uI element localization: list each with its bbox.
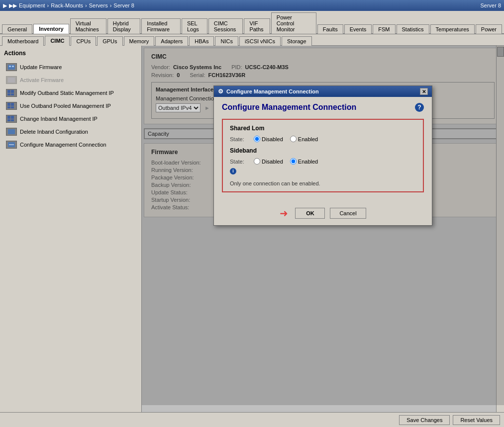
configure-mgmt-icon xyxy=(6,141,17,149)
tab-cimc-sessions[interactable]: CIMC Sessions xyxy=(208,18,243,34)
reset-values-button[interactable]: Reset Values xyxy=(453,415,500,425)
modal-cancel-button[interactable]: Cancel xyxy=(330,208,366,219)
action-delete-inband[interactable]: Delete Inband Configuration xyxy=(4,126,137,137)
modal-titlebar-left: ⚙ Configure Management Connection xyxy=(218,88,319,95)
modal-header: Configure Management Connection ? xyxy=(222,103,424,112)
tab-inventory[interactable]: Inventory xyxy=(33,24,69,34)
shared-lom-disabled-label: Disabled xyxy=(262,136,283,142)
sideband-disabled-radio[interactable] xyxy=(254,158,260,165)
sideband-enabled-option[interactable]: Enabled xyxy=(290,158,318,165)
delete-inband-label: Delete Inband Configuration xyxy=(20,129,88,135)
action-activate-firmware[interactable]: Activate Firmware xyxy=(4,75,137,85)
shared-lom-enabled-radio[interactable] xyxy=(290,136,297,142)
modal-titlebar: ⚙ Configure Management Connection ✕ xyxy=(214,86,432,97)
breadcrumb-current: Server 8 xyxy=(480,2,501,8)
sideband-disabled-option[interactable]: Disabled xyxy=(254,158,283,165)
tab-temperatures[interactable]: Temperatures xyxy=(430,24,475,34)
modal-close-button[interactable]: ✕ xyxy=(420,88,428,95)
svg-rect-8 xyxy=(7,103,10,106)
breadcrumb: ▶ ▶▶ Equipment › Rack-Mounts › Servers ›… xyxy=(3,2,480,9)
svg-rect-4 xyxy=(7,90,10,93)
subtab-gpus[interactable]: GPUs xyxy=(97,36,122,46)
subtab-memory[interactable]: Memory xyxy=(124,36,155,46)
use-outband-icon xyxy=(6,102,17,110)
svg-rect-10 xyxy=(7,106,10,108)
subtab-motherboard[interactable]: Motherboard xyxy=(2,36,44,46)
sideband-state-row: State: Disabled Enabled xyxy=(230,158,416,165)
save-changes-button[interactable]: Save Changes xyxy=(399,415,450,425)
modify-outband-label: Modify Outband Static Management IP xyxy=(20,90,114,96)
tab-power-control[interactable]: Power Control Monitor xyxy=(271,12,316,34)
tab-power[interactable]: Power xyxy=(476,24,502,34)
subtab-adapters[interactable]: Adapters xyxy=(155,36,188,46)
shared-lom-state-row: State: Disabled Enabled xyxy=(230,136,416,142)
sidebar: Actions Update Firmware Activate Firmwar… xyxy=(0,46,142,420)
tab-statistics[interactable]: Statistics xyxy=(397,24,429,34)
actions-title: Actions xyxy=(4,50,137,57)
sideband-info-icon: i xyxy=(230,168,236,174)
modal-footer: ➜ OK Cancel xyxy=(214,203,432,225)
breadcrumb-servers[interactable]: Servers xyxy=(89,2,108,8)
breadcrumb-rack[interactable]: Rack-Mounts xyxy=(51,2,83,8)
svg-rect-5 xyxy=(11,90,14,93)
shared-lom-disabled-option[interactable]: Disabled xyxy=(254,136,283,142)
breadcrumb-bar: ▶ ▶▶ Equipment › Rack-Mounts › Servers ›… xyxy=(0,0,504,11)
subtab-cpus[interactable]: CPUs xyxy=(71,36,96,46)
action-configure-mgmt[interactable]: Configure Management Connection xyxy=(4,139,137,150)
sideband-disabled-label: Disabled xyxy=(262,159,283,165)
change-inband-label: Change Inband Management IP xyxy=(20,116,98,122)
main-panel: CIMC Vendor: Cisco Systems Inc PID: UCSC… xyxy=(142,46,504,420)
configure-mgmt-dialog: ⚙ Configure Management Connection ✕ Conf… xyxy=(213,85,432,226)
update-firmware-icon xyxy=(6,63,17,71)
tab-faults[interactable]: Faults xyxy=(317,24,343,34)
breadcrumb-icons2: ▶▶ xyxy=(9,2,17,9)
breadcrumb-server8[interactable]: Server 8 xyxy=(113,2,134,8)
subtab-nics[interactable]: NICs xyxy=(215,36,238,46)
main-tab-bar: General Inventory Virtual Machines Hybri… xyxy=(0,11,504,34)
sideband-state-label: State: xyxy=(230,159,250,165)
modal-help-icon[interactable]: ? xyxy=(415,103,424,112)
delete-inband-icon xyxy=(6,128,17,136)
svg-rect-3 xyxy=(8,78,15,83)
action-change-inband[interactable]: Change Inband Management IP xyxy=(4,113,137,124)
breadcrumb-icon: ▶ xyxy=(3,2,7,9)
action-modify-outband[interactable]: Modify Outband Static Management IP xyxy=(4,87,137,98)
shared-lom-enabled-option[interactable]: Enabled xyxy=(290,136,318,142)
tab-virtual-machines[interactable]: Virtual Machines xyxy=(70,18,106,34)
tab-events[interactable]: Events xyxy=(344,24,372,34)
tab-hybrid-display[interactable]: Hybrid Display xyxy=(107,18,141,34)
svg-rect-9 xyxy=(11,103,14,106)
svg-rect-2 xyxy=(12,66,14,67)
shared-lom-disabled-radio[interactable] xyxy=(254,136,260,142)
tab-vif-paths[interactable]: VIF Paths xyxy=(244,18,270,34)
svg-rect-14 xyxy=(7,119,10,121)
modal-ok-button[interactable]: OK xyxy=(295,208,325,219)
change-inband-icon xyxy=(6,115,17,123)
tab-fsm[interactable]: FSM xyxy=(373,24,395,34)
bottom-bar: Save Changes Reset Values xyxy=(0,412,504,427)
sideband-enabled-radio[interactable] xyxy=(290,158,297,165)
shared-lom-enabled-label: Enabled xyxy=(298,136,318,142)
subtab-hbas[interactable]: HBAs xyxy=(189,36,214,46)
modal-title: Configure Management Connection xyxy=(222,103,356,112)
subtab-iscsi[interactable]: iSCSI vNICs xyxy=(239,36,281,46)
tab-general[interactable]: General xyxy=(2,24,32,34)
tab-sel-logs[interactable]: SEL Logs xyxy=(182,18,207,34)
use-outband-label: Use Outband Pooled Management IP xyxy=(20,103,111,109)
svg-rect-16 xyxy=(8,129,15,134)
modal-titlebar-text: Configure Management Connection xyxy=(226,88,319,94)
tab-installed-firmware[interactable]: Installed Firmware xyxy=(141,18,181,34)
configure-mgmt-label: Configure Management Connection xyxy=(20,142,106,148)
breadcrumb-equipment[interactable]: Equipment xyxy=(19,2,45,8)
activate-firmware-icon xyxy=(6,76,17,84)
action-use-outband[interactable]: Use Outband Pooled Management IP xyxy=(4,100,137,111)
sideband-enabled-label: Enabled xyxy=(298,159,318,165)
action-update-firmware[interactable]: Update Firmware xyxy=(4,62,137,73)
svg-rect-15 xyxy=(11,119,14,121)
svg-rect-12 xyxy=(7,116,10,119)
svg-rect-11 xyxy=(11,106,14,108)
modal-titlebar-icon: ⚙ xyxy=(218,88,223,95)
subtab-storage[interactable]: Storage xyxy=(282,36,312,46)
modal-body: Configure Management Connection ? Shared… xyxy=(214,97,432,203)
subtab-cimc[interactable]: CIMC xyxy=(45,36,70,46)
